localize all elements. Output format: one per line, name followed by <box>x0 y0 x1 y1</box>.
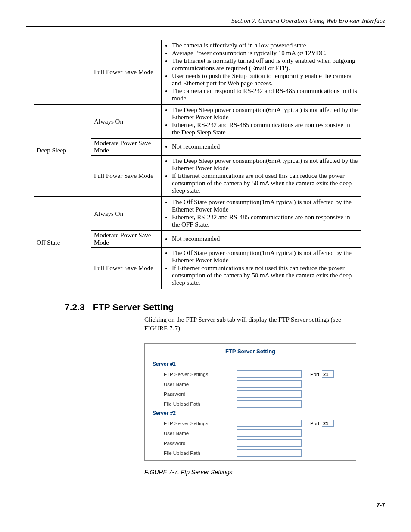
port-label: Port <box>310 421 319 426</box>
table-row: Deep SleepAlways OnThe Deep Sleep power … <box>34 105 361 139</box>
mode-cell: Moderate Power Save Mode <box>91 231 162 248</box>
ftp-user-name-input[interactable] <box>237 380 302 388</box>
mode-cell: Always On <box>91 105 162 139</box>
section-number: 7.2.3 <box>65 302 90 312</box>
ftp-password-input[interactable] <box>237 390 302 398</box>
desc-cell: The Off State power consumption(1mA typi… <box>162 197 361 231</box>
list-item: The Deep Sleep power consumption(6mA typ… <box>172 106 358 121</box>
port-label: Port <box>310 372 319 377</box>
state-cell: Deep Sleep <box>34 105 91 197</box>
ftp-upload-path-input[interactable] <box>237 449 302 457</box>
field-row: File Upload Path <box>145 448 356 458</box>
list-item: User needs to push the Setup button to t… <box>172 72 358 87</box>
port-input[interactable] <box>322 420 334 427</box>
field-row: Password <box>145 438 356 448</box>
list-item: Average Power consumption is typically 1… <box>172 50 358 57</box>
state-cell <box>34 40 91 105</box>
server-label: Server #2 <box>145 409 356 418</box>
desc-cell: Not recommended <box>162 139 361 156</box>
field-row: User Name <box>145 379 356 389</box>
field-label: User Name <box>164 382 237 387</box>
ftp-password-input[interactable] <box>237 439 302 447</box>
page-header: Section 7. Camera Operation Using Web Br… <box>26 17 385 27</box>
field-row: File Upload Path <box>145 399 356 409</box>
field-label: User Name <box>164 431 237 436</box>
state-cell: Off State <box>34 197 91 289</box>
ftp-user-name-input[interactable] <box>237 429 302 437</box>
list-item: The camera can respond to RS-232 and RS-… <box>172 87 358 103</box>
figure-caption: FIGURE 7-7. Ftp Server Settings <box>144 469 385 476</box>
list-item: Not recommended <box>172 235 358 243</box>
ftp-panel-title: FTP Server Setting <box>145 344 356 360</box>
list-item: The camera is effectively off in a low p… <box>172 42 358 50</box>
field-row: FTP Server SettingsPort <box>145 418 356 428</box>
field-label: FTP Server Settings <box>164 372 237 377</box>
desc-cell: The Deep Sleep power consumption(6mA typ… <box>162 156 361 197</box>
field-label: File Upload Path <box>164 451 237 456</box>
power-modes-table: Full Power Save ModeThe camera is effect… <box>34 40 361 289</box>
desc-cell: The Deep Sleep power consumption(6mA typ… <box>162 105 361 139</box>
mode-cell: Full Power Save Mode <box>91 248 162 289</box>
ftp-upload-path-input[interactable] <box>237 400 302 408</box>
field-label: Password <box>164 392 237 397</box>
mode-cell: Moderate Power Save Mode <box>91 139 162 156</box>
field-row: User Name <box>145 428 356 438</box>
list-item: The Deep Sleep power consumption(6mA typ… <box>172 157 358 172</box>
list-item: If Ethernet communications are not used … <box>172 172 358 195</box>
section-title-text: FTP Server Setting <box>93 302 174 312</box>
desc-cell: The Off State power consumption(1mA typi… <box>162 248 361 289</box>
field-label: Password <box>164 441 237 446</box>
ftp-server-settings-input[interactable] <box>237 370 302 378</box>
field-label: FTP Server Settings <box>164 421 237 426</box>
server-label: Server #1 <box>145 360 356 369</box>
ftp-server-settings-input[interactable] <box>237 420 302 427</box>
list-item: If Ethernet communications are not used … <box>172 264 358 287</box>
field-row: Password <box>145 389 356 399</box>
list-item: Ethernet, RS-232 and RS-485 communicatio… <box>172 214 358 229</box>
section-heading: 7.2.3 FTP Server Setting <box>65 302 385 312</box>
list-item: The Ethernet is normally turned off and … <box>172 57 358 72</box>
table-row: Off StateAlways OnThe Off State power co… <box>34 197 361 231</box>
list-item: The Off State power consumption(1mA typi… <box>172 199 358 214</box>
mode-cell: Full Power Save Mode <box>91 40 162 105</box>
mode-cell: Always On <box>91 197 162 231</box>
field-label: File Upload Path <box>164 401 237 407</box>
section-intro: Clicking on the FTP Server sub tab will … <box>144 316 355 333</box>
mode-cell: Full Power Save Mode <box>91 156 162 197</box>
list-item: The Off State power consumption(1mA typi… <box>172 249 358 264</box>
desc-cell: The camera is effectively off in a low p… <box>162 40 361 105</box>
list-item: Ethernet, RS-232 and RS-485 communicatio… <box>172 121 358 137</box>
ftp-panel: FTP Server Setting Server #1FTP Server S… <box>144 343 356 461</box>
table-row: Full Power Save ModeThe camera is effect… <box>34 40 361 105</box>
desc-cell: Not recommended <box>162 231 361 248</box>
page-number: 7-7 <box>26 501 385 508</box>
port-input[interactable] <box>322 370 334 378</box>
field-row: FTP Server SettingsPort <box>145 369 356 379</box>
list-item: Not recommended <box>172 143 358 151</box>
